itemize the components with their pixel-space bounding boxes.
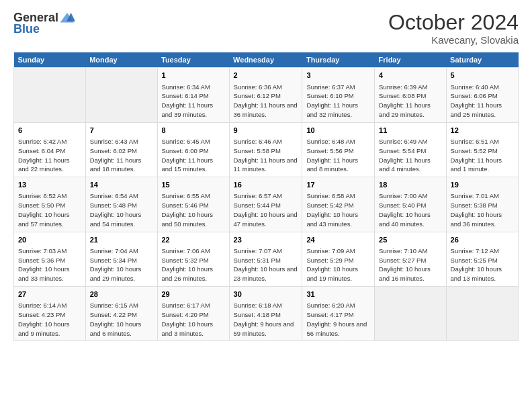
day-number: 22	[162, 235, 225, 245]
calendar-week-4: 20Sunrise: 7:03 AM Sunset: 5:36 PM Dayli…	[14, 232, 519, 286]
day-info: Sunrise: 6:51 AM Sunset: 5:52 PM Dayligh…	[451, 137, 514, 174]
table-row	[14, 68, 86, 122]
day-info: Sunrise: 7:00 AM Sunset: 5:40 PM Dayligh…	[379, 191, 441, 228]
header: General Blue October 2024 Kavecany, Slov…	[13, 11, 519, 46]
day-info: Sunrise: 7:09 AM Sunset: 5:29 PM Dayligh…	[306, 246, 370, 283]
header-thursday: Thursday	[302, 52, 375, 68]
table-row: 16Sunrise: 6:57 AM Sunset: 5:44 PM Dayli…	[229, 177, 302, 232]
day-info: Sunrise: 6:52 AM Sunset: 5:50 PM Dayligh…	[18, 191, 81, 228]
calendar-week-5: 27Sunrise: 6:14 AM Sunset: 4:23 PM Dayli…	[14, 287, 519, 341]
day-info: Sunrise: 6:40 AM Sunset: 6:06 PM Dayligh…	[451, 83, 514, 120]
day-info: Sunrise: 6:36 AM Sunset: 6:12 PM Dayligh…	[234, 83, 298, 120]
day-info: Sunrise: 6:46 AM Sunset: 5:58 PM Dayligh…	[234, 137, 298, 174]
day-number: 15	[162, 180, 225, 190]
table-row	[375, 287, 446, 341]
table-row: 13Sunrise: 6:52 AM Sunset: 5:50 PM Dayli…	[14, 177, 86, 232]
table-row: 22Sunrise: 7:06 AM Sunset: 5:32 PM Dayli…	[157, 232, 229, 286]
header-monday: Monday	[85, 52, 157, 68]
day-info: Sunrise: 6:15 AM Sunset: 4:22 PM Dayligh…	[90, 301, 153, 338]
day-number: 4	[379, 71, 441, 81]
day-info: Sunrise: 6:55 AM Sunset: 5:46 PM Dayligh…	[162, 191, 225, 228]
day-number: 17	[306, 180, 370, 190]
day-number: 30	[234, 289, 298, 300]
table-row	[446, 287, 518, 341]
day-number: 12	[451, 126, 514, 136]
logo-blue: Blue	[13, 22, 40, 36]
day-number: 28	[90, 289, 153, 300]
weekday-header-row: Sunday Monday Tuesday Wednesday Thursday…	[14, 52, 519, 68]
table-row: 17Sunrise: 6:58 AM Sunset: 5:42 PM Dayli…	[302, 177, 375, 232]
table-row: 27Sunrise: 6:14 AM Sunset: 4:23 PM Dayli…	[14, 287, 86, 341]
day-number: 21	[90, 235, 153, 245]
day-info: Sunrise: 6:43 AM Sunset: 6:02 PM Dayligh…	[90, 137, 153, 174]
table-row: 7Sunrise: 6:43 AM Sunset: 6:02 PM Daylig…	[85, 122, 157, 177]
day-info: Sunrise: 7:06 AM Sunset: 5:32 PM Dayligh…	[162, 246, 225, 283]
day-info: Sunrise: 6:39 AM Sunset: 6:08 PM Dayligh…	[379, 83, 441, 120]
table-row: 11Sunrise: 6:49 AM Sunset: 5:54 PM Dayli…	[375, 122, 446, 177]
table-row: 31Sunrise: 6:20 AM Sunset: 4:17 PM Dayli…	[302, 287, 375, 341]
day-number: 20	[18, 235, 81, 245]
day-number: 2	[234, 71, 298, 81]
day-number: 23	[234, 235, 298, 245]
calendar-week-1: 1Sunrise: 6:34 AM Sunset: 6:14 PM Daylig…	[14, 68, 519, 122]
table-row: 1Sunrise: 6:34 AM Sunset: 6:14 PM Daylig…	[157, 68, 229, 122]
calendar-week-2: 6Sunrise: 6:42 AM Sunset: 6:04 PM Daylig…	[14, 122, 519, 177]
header-tuesday: Tuesday	[157, 52, 229, 68]
table-row: 28Sunrise: 6:15 AM Sunset: 4:22 PM Dayli…	[85, 287, 157, 341]
day-info: Sunrise: 6:48 AM Sunset: 5:56 PM Dayligh…	[306, 137, 370, 174]
table-row: 19Sunrise: 7:01 AM Sunset: 5:38 PM Dayli…	[446, 177, 518, 232]
day-info: Sunrise: 6:45 AM Sunset: 6:00 PM Dayligh…	[162, 137, 225, 174]
table-row: 15Sunrise: 6:55 AM Sunset: 5:46 PM Dayli…	[157, 177, 229, 232]
table-row: 9Sunrise: 6:46 AM Sunset: 5:58 PM Daylig…	[229, 122, 302, 177]
table-row: 12Sunrise: 6:51 AM Sunset: 5:52 PM Dayli…	[446, 122, 518, 177]
header-saturday: Saturday	[446, 52, 518, 68]
day-number: 6	[18, 126, 81, 136]
table-row: 5Sunrise: 6:40 AM Sunset: 6:06 PM Daylig…	[446, 68, 518, 122]
table-row: 3Sunrise: 6:37 AM Sunset: 6:10 PM Daylig…	[302, 68, 375, 122]
day-number: 5	[451, 71, 514, 81]
table-row: 23Sunrise: 7:07 AM Sunset: 5:31 PM Dayli…	[229, 232, 302, 286]
day-info: Sunrise: 6:34 AM Sunset: 6:14 PM Dayligh…	[162, 83, 225, 120]
day-number: 9	[234, 126, 298, 136]
day-number: 7	[90, 126, 153, 136]
day-number: 31	[306, 289, 370, 300]
table-row: 21Sunrise: 7:04 AM Sunset: 5:34 PM Dayli…	[85, 232, 157, 286]
table-row: 2Sunrise: 6:36 AM Sunset: 6:12 PM Daylig…	[229, 68, 302, 122]
table-row: 25Sunrise: 7:10 AM Sunset: 5:27 PM Dayli…	[375, 232, 446, 286]
table-row: 10Sunrise: 6:48 AM Sunset: 5:56 PM Dayli…	[302, 122, 375, 177]
day-info: Sunrise: 7:01 AM Sunset: 5:38 PM Dayligh…	[451, 191, 514, 228]
day-info: Sunrise: 7:03 AM Sunset: 5:36 PM Dayligh…	[18, 246, 81, 283]
day-info: Sunrise: 7:12 AM Sunset: 5:25 PM Dayligh…	[451, 246, 514, 283]
day-number: 24	[306, 235, 370, 245]
day-number: 10	[306, 126, 370, 136]
header-wednesday: Wednesday	[229, 52, 302, 68]
day-number: 16	[234, 180, 298, 190]
table-row: 20Sunrise: 7:03 AM Sunset: 5:36 PM Dayli…	[14, 232, 86, 286]
calendar-week-3: 13Sunrise: 6:52 AM Sunset: 5:50 PM Dayli…	[14, 177, 519, 232]
table-row: 8Sunrise: 6:45 AM Sunset: 6:00 PM Daylig…	[157, 122, 229, 177]
day-info: Sunrise: 6:14 AM Sunset: 4:23 PM Dayligh…	[18, 301, 81, 338]
month-title: October 2024	[388, 11, 519, 34]
table-row	[85, 68, 157, 122]
day-info: Sunrise: 6:58 AM Sunset: 5:42 PM Dayligh…	[306, 191, 370, 228]
day-info: Sunrise: 6:54 AM Sunset: 5:48 PM Dayligh…	[90, 191, 153, 228]
day-info: Sunrise: 6:18 AM Sunset: 4:18 PM Dayligh…	[234, 301, 298, 338]
day-info: Sunrise: 6:20 AM Sunset: 4:17 PM Dayligh…	[306, 301, 370, 338]
day-number: 8	[162, 126, 225, 136]
day-number: 27	[18, 289, 81, 300]
day-info: Sunrise: 7:04 AM Sunset: 5:34 PM Dayligh…	[90, 246, 153, 283]
day-number: 29	[162, 289, 225, 300]
table-row: 24Sunrise: 7:09 AM Sunset: 5:29 PM Dayli…	[302, 232, 375, 286]
logo: General Blue	[13, 11, 75, 36]
day-number: 18	[379, 180, 441, 190]
day-number: 1	[162, 71, 225, 81]
title-block: October 2024 Kavecany, Slovakia	[388, 11, 519, 46]
day-info: Sunrise: 6:57 AM Sunset: 5:44 PM Dayligh…	[234, 191, 298, 228]
logo-icon	[59, 11, 75, 25]
table-row: 14Sunrise: 6:54 AM Sunset: 5:48 PM Dayli…	[85, 177, 157, 232]
day-number: 3	[306, 71, 370, 81]
table-row: 26Sunrise: 7:12 AM Sunset: 5:25 PM Dayli…	[446, 232, 518, 286]
table-row: 30Sunrise: 6:18 AM Sunset: 4:18 PM Dayli…	[229, 287, 302, 341]
location: Kavecany, Slovakia	[388, 34, 519, 46]
day-number: 14	[90, 180, 153, 190]
